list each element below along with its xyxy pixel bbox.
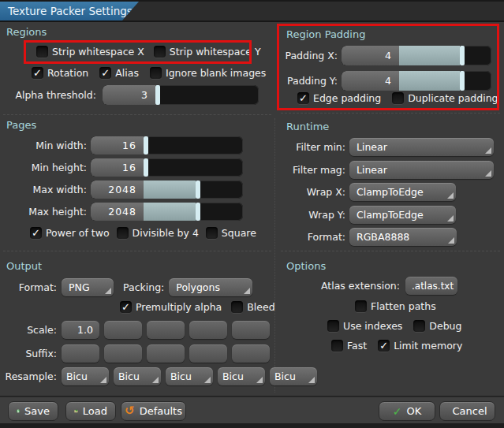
padding-y-spinner[interactable]: 4 <box>342 71 491 91</box>
spinner-track[interactable] <box>399 71 491 91</box>
scale-field-1[interactable]: 1.0 <box>62 321 99 339</box>
scale-field-4[interactable] <box>189 321 227 339</box>
use-indexes-label: Use indexes <box>343 320 402 332</box>
limit-memory-checkbox[interactable]: ✓ <box>378 340 390 352</box>
wrap-x-label: Wrap X: <box>278 186 345 198</box>
power-of-two-checkbox[interactable]: ✓ <box>30 227 42 239</box>
spinner-handle[interactable] <box>155 85 160 105</box>
ok-button-label: OK <box>406 405 421 417</box>
bleed-checkbox[interactable]: ✓ <box>231 301 243 313</box>
edge-padding-checkbox[interactable]: ✓ <box>297 92 309 104</box>
max-width-spinner[interactable]: 2048 <box>91 181 243 199</box>
filter-mag-dropdown[interactable]: Linear <box>349 161 494 179</box>
premultiply-alpha-checkbox[interactable]: ✓ <box>120 301 132 313</box>
suffix-field-3[interactable] <box>147 344 185 363</box>
resample-dropdown-5[interactable]: Bicu <box>270 367 317 385</box>
spinner-value[interactable]: 3 <box>103 85 155 105</box>
ok-button[interactable]: ✓ OK <box>379 401 435 421</box>
divisible-by-4-checkbox[interactable]: ✓ <box>117 227 129 239</box>
packing-dropdown[interactable]: Polygons <box>169 278 252 296</box>
spinner-track[interactable] <box>144 203 243 221</box>
spinner-value[interactable]: 4 <box>342 46 399 65</box>
resample-dropdown-2[interactable]: Bicu <box>114 367 161 385</box>
filter-min-dropdown[interactable]: Linear <box>349 138 494 156</box>
premultiply-alpha-group: ✓ Premultiply alpha <box>120 301 222 313</box>
load-button[interactable]: Load <box>65 401 116 421</box>
fast-checkbox[interactable]: ✓ <box>331 340 343 352</box>
ignore-blank-images-checkbox[interactable]: ✓ <box>150 67 162 79</box>
alias-checkbox[interactable]: ✓ <box>99 67 111 79</box>
runtime-format-row: Format: RGBA8888 <box>278 228 457 246</box>
load-folder-icon <box>74 406 78 416</box>
save-button[interactable]: Save <box>8 401 58 421</box>
output-format-dropdown[interactable]: PNG <box>62 278 114 296</box>
spinner-value[interactable]: 4 <box>342 71 399 91</box>
alias-label: Alias <box>115 67 139 79</box>
texture-packer-settings-dialog: Texture Packer Settings Regions ✓ Strip … <box>0 0 504 428</box>
edge-padding-group: ✓ Edge padding <box>297 92 381 104</box>
spinner-handle[interactable] <box>460 71 465 91</box>
spinner-track[interactable] <box>155 85 259 105</box>
duplicate-padding-checkbox[interactable]: ✓ <box>392 92 404 104</box>
cancel-button[interactable]: Cancel <box>439 401 495 421</box>
spinner-track[interactable] <box>144 181 243 199</box>
suffix-field-2[interactable] <box>104 344 142 363</box>
resample-dropdown-4[interactable]: Bicu <box>218 367 265 385</box>
square-checkbox[interactable]: ✓ <box>206 227 218 239</box>
wrap-y-dropdown[interactable]: ClampToEdge <box>349 206 456 224</box>
scale-field-3[interactable] <box>147 321 185 339</box>
strip-whitespace-x-checkbox[interactable]: ✓ <box>36 46 48 58</box>
suffix-field-1[interactable] <box>62 344 99 363</box>
dropdown-arrow-icon <box>244 288 250 294</box>
check-icon: ✓ <box>379 341 388 351</box>
spinner-handle[interactable] <box>196 181 200 199</box>
fast-limit-memory-row: ✓ Fast ✓ Limit memory <box>331 340 462 352</box>
wrap-x-dropdown[interactable]: ClampToEdge <box>349 183 456 201</box>
output-format-packing-row: Format: PNG Packing: Polygons <box>0 278 252 296</box>
spinner-value[interactable]: 16 <box>91 158 144 177</box>
spinner-track[interactable] <box>144 136 243 154</box>
spinner-handle[interactable] <box>144 158 148 177</box>
spinner-handle[interactable] <box>196 203 200 221</box>
spinner-value[interactable]: 16 <box>91 136 144 154</box>
use-indexes-checkbox[interactable]: ✓ <box>327 320 339 332</box>
alpha-threshold-spinner[interactable]: 3 <box>103 85 259 105</box>
spinner-handle[interactable] <box>460 46 465 65</box>
padding-x-spinner[interactable]: 4 <box>342 46 491 65</box>
dropdown-arrow-icon <box>447 192 454 199</box>
min-height-row: Min height: 16 <box>0 158 243 177</box>
spinner-fill <box>399 71 460 91</box>
min-height-spinner[interactable]: 16 <box>91 158 243 177</box>
flatten-paths-checkbox[interactable]: ✓ <box>355 300 367 312</box>
use-indexes-debug-row: ✓ Use indexes ✓ Debug <box>327 320 461 332</box>
atlas-extension-field[interactable]: .atlas.txt <box>405 277 457 295</box>
scale-label: Scale: <box>0 324 57 336</box>
runtime-format-label: Format: <box>278 231 345 243</box>
limit-memory-label: Limit memory <box>394 340 462 352</box>
spinner-value[interactable]: 2048 <box>91 203 144 221</box>
max-height-spinner[interactable]: 2048 <box>91 203 243 221</box>
spinner-track[interactable] <box>144 158 243 177</box>
min-width-spinner[interactable]: 16 <box>91 136 243 154</box>
rotation-checkbox[interactable]: ✓ <box>32 67 43 79</box>
spinner-handle[interactable] <box>144 136 148 154</box>
scale-field-2[interactable] <box>104 321 142 339</box>
debug-checkbox[interactable]: ✓ <box>413 320 425 332</box>
separator-pages-output <box>3 251 271 251</box>
atlas-extension-label: Atlas extension: <box>278 280 400 292</box>
filter-min-row: Filter min: Linear <box>278 138 494 156</box>
spinner-track[interactable] <box>399 46 491 65</box>
defaults-button[interactable]: ↺ Defaults <box>121 401 186 421</box>
strip-whitespace-y-checkbox[interactable]: ✓ <box>154 46 166 58</box>
resample-dropdown-1[interactable]: Bicu <box>62 367 109 385</box>
spinner-value[interactable]: 2048 <box>91 181 144 199</box>
alpha-threshold-row: Alpha threshold: 3 <box>0 85 259 105</box>
scale-field-5[interactable] <box>232 321 270 339</box>
packing-label: Packing: <box>123 281 164 293</box>
suffix-field-5[interactable] <box>232 344 270 363</box>
save-floppy-icon <box>17 406 20 416</box>
dropdown-value: Bicu <box>170 370 192 382</box>
suffix-field-4[interactable] <box>189 344 227 363</box>
resample-dropdown-3[interactable]: Bicu <box>166 367 213 385</box>
runtime-format-dropdown[interactable]: RGBA8888 <box>349 228 457 246</box>
